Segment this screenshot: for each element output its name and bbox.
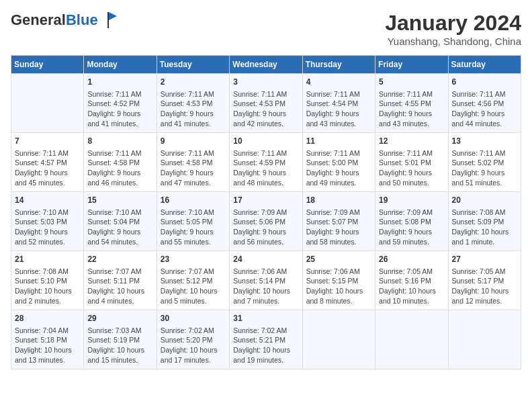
- calendar-table: SundayMondayTuesdayWednesdayThursdayFrid…: [11, 55, 521, 369]
- day-number: 29: [87, 313, 152, 324]
- cell-sun-info: Sunrise: 7:11 AM Sunset: 4:55 PM Dayligh…: [379, 89, 444, 129]
- svg-marker-0: [109, 12, 117, 20]
- cell-sun-info: Sunrise: 7:05 AM Sunset: 5:17 PM Dayligh…: [452, 267, 517, 306]
- calendar-cell: 8Sunrise: 7:11 AM Sunset: 4:58 PM Daylig…: [84, 133, 157, 192]
- calendar-week-row: 1Sunrise: 7:11 AM Sunset: 4:52 PM Daylig…: [11, 74, 521, 133]
- calendar-cell: 29Sunrise: 7:03 AM Sunset: 5:19 PM Dayli…: [84, 310, 157, 369]
- day-number: 12: [379, 136, 444, 147]
- cell-sun-info: Sunrise: 7:07 AM Sunset: 5:11 PM Dayligh…: [87, 267, 152, 306]
- cell-sun-info: Sunrise: 7:07 AM Sunset: 5:12 PM Dayligh…: [161, 267, 226, 306]
- location-subtitle: Yuanshang, Shandong, China: [385, 36, 521, 47]
- day-header-saturday: Saturday: [448, 56, 521, 74]
- day-number: 1: [87, 77, 152, 88]
- calendar-cell: 3Sunrise: 7:11 AM Sunset: 4:53 PM Daylig…: [230, 74, 302, 133]
- day-number: 30: [161, 313, 226, 324]
- calendar-cell: 20Sunrise: 7:08 AM Sunset: 5:09 PM Dayli…: [448, 192, 521, 251]
- logo-blue-text: Blue: [66, 11, 98, 28]
- day-number: 21: [15, 254, 80, 265]
- day-number: 8: [87, 136, 152, 147]
- cell-sun-info: Sunrise: 7:06 AM Sunset: 5:14 PM Dayligh…: [233, 267, 298, 306]
- cell-sun-info: Sunrise: 7:11 AM Sunset: 4:59 PM Dayligh…: [233, 148, 298, 188]
- calendar-cell: 10Sunrise: 7:11 AM Sunset: 4:59 PM Dayli…: [230, 133, 302, 192]
- calendar-cell: 25Sunrise: 7:06 AM Sunset: 5:15 PM Dayli…: [302, 251, 375, 310]
- calendar-cell: 21Sunrise: 7:08 AM Sunset: 5:10 PM Dayli…: [11, 251, 84, 310]
- cell-sun-info: Sunrise: 7:11 AM Sunset: 4:57 PM Dayligh…: [15, 148, 80, 188]
- day-number: 20: [452, 195, 517, 206]
- cell-sun-info: Sunrise: 7:04 AM Sunset: 5:18 PM Dayligh…: [15, 326, 80, 365]
- calendar-cell: 28Sunrise: 7:04 AM Sunset: 5:18 PM Dayli…: [11, 310, 84, 369]
- calendar-cell: 12Sunrise: 7:11 AM Sunset: 5:01 PM Dayli…: [375, 133, 448, 192]
- day-number: 25: [306, 254, 371, 265]
- cell-sun-info: Sunrise: 7:03 AM Sunset: 5:19 PM Dayligh…: [87, 326, 152, 365]
- calendar-cell: 14Sunrise: 7:10 AM Sunset: 5:03 PM Dayli…: [11, 192, 84, 251]
- day-number: 6: [452, 77, 517, 88]
- cell-sun-info: Sunrise: 7:10 AM Sunset: 5:04 PM Dayligh…: [87, 208, 152, 247]
- calendar-cell: 16Sunrise: 7:10 AM Sunset: 5:05 PM Dayli…: [157, 192, 229, 251]
- day-number: 13: [452, 136, 517, 147]
- calendar-cell: 15Sunrise: 7:10 AM Sunset: 5:04 PM Dayli…: [84, 192, 157, 251]
- day-number: 11: [306, 136, 371, 147]
- cell-sun-info: Sunrise: 7:09 AM Sunset: 5:08 PM Dayligh…: [379, 208, 444, 247]
- day-number: 31: [233, 313, 298, 324]
- calendar-cell: 11Sunrise: 7:11 AM Sunset: 5:00 PM Dayli…: [302, 133, 375, 192]
- calendar-cell: 6Sunrise: 7:11 AM Sunset: 4:56 PM Daylig…: [448, 74, 521, 133]
- cell-sun-info: Sunrise: 7:10 AM Sunset: 5:05 PM Dayligh…: [161, 208, 226, 247]
- day-header-thursday: Thursday: [302, 56, 375, 74]
- calendar-cell: 5Sunrise: 7:11 AM Sunset: 4:55 PM Daylig…: [375, 74, 448, 133]
- title-block: January 2024 Yuanshang, Shandong, China: [385, 11, 521, 47]
- cell-sun-info: Sunrise: 7:02 AM Sunset: 5:21 PM Dayligh…: [233, 326, 298, 365]
- cell-sun-info: Sunrise: 7:11 AM Sunset: 4:53 PM Dayligh…: [161, 89, 226, 129]
- svg-rect-1: [107, 12, 109, 28]
- day-number: 7: [15, 136, 80, 147]
- day-header-monday: Monday: [84, 56, 157, 74]
- day-header-sunday: Sunday: [11, 56, 84, 74]
- calendar-cell: 2Sunrise: 7:11 AM Sunset: 4:53 PM Daylig…: [157, 74, 229, 133]
- day-number: 2: [161, 77, 226, 88]
- calendar-cell: 18Sunrise: 7:09 AM Sunset: 5:07 PM Dayli…: [302, 192, 375, 251]
- cell-sun-info: Sunrise: 7:10 AM Sunset: 5:03 PM Dayligh…: [15, 208, 80, 247]
- day-number: 14: [15, 195, 80, 206]
- day-header-wednesday: Wednesday: [230, 56, 302, 74]
- calendar-cell: 22Sunrise: 7:07 AM Sunset: 5:11 PM Dayli…: [84, 251, 157, 310]
- cell-sun-info: Sunrise: 7:11 AM Sunset: 4:52 PM Dayligh…: [87, 89, 152, 129]
- day-number: 15: [87, 195, 152, 206]
- day-number: 17: [233, 195, 298, 206]
- cell-sun-info: Sunrise: 7:11 AM Sunset: 5:02 PM Dayligh…: [452, 148, 517, 188]
- cell-sun-info: Sunrise: 7:11 AM Sunset: 5:00 PM Dayligh…: [306, 148, 371, 188]
- day-number: 3: [233, 77, 298, 88]
- day-number: 19: [379, 195, 444, 206]
- calendar-week-row: 14Sunrise: 7:10 AM Sunset: 5:03 PM Dayli…: [11, 192, 521, 251]
- day-number: 27: [452, 254, 517, 265]
- calendar-cell: [375, 310, 448, 369]
- day-number: 4: [306, 77, 371, 88]
- calendar-cell: 17Sunrise: 7:09 AM Sunset: 5:06 PM Dayli…: [230, 192, 302, 251]
- day-number: 5: [379, 77, 444, 88]
- calendar-cell: 1Sunrise: 7:11 AM Sunset: 4:52 PM Daylig…: [84, 74, 157, 133]
- cell-sun-info: Sunrise: 7:09 AM Sunset: 5:06 PM Dayligh…: [233, 208, 298, 247]
- calendar-cell: 23Sunrise: 7:07 AM Sunset: 5:12 PM Dayli…: [157, 251, 229, 310]
- cell-sun-info: Sunrise: 7:08 AM Sunset: 5:10 PM Dayligh…: [15, 267, 80, 306]
- day-number: 10: [233, 136, 298, 147]
- day-number: 26: [379, 254, 444, 265]
- day-header-tuesday: Tuesday: [157, 56, 229, 74]
- cell-sun-info: Sunrise: 7:11 AM Sunset: 5:01 PM Dayligh…: [379, 148, 444, 188]
- month-year-title: January 2024: [385, 11, 521, 36]
- calendar-cell: 7Sunrise: 7:11 AM Sunset: 4:57 PM Daylig…: [11, 133, 84, 192]
- day-number: 18: [306, 195, 371, 206]
- day-number: 22: [87, 254, 152, 265]
- logo-flag-icon: [99, 11, 118, 30]
- calendar-cell: 4Sunrise: 7:11 AM Sunset: 4:54 PM Daylig…: [302, 74, 375, 133]
- day-header-friday: Friday: [375, 56, 448, 74]
- logo-general-text: General: [11, 11, 66, 28]
- cell-sun-info: Sunrise: 7:02 AM Sunset: 5:20 PM Dayligh…: [161, 326, 226, 365]
- day-number: 24: [233, 254, 298, 265]
- cell-sun-info: Sunrise: 7:11 AM Sunset: 4:54 PM Dayligh…: [306, 89, 371, 129]
- calendar-week-row: 7Sunrise: 7:11 AM Sunset: 4:57 PM Daylig…: [11, 133, 521, 192]
- calendar-header-row: SundayMondayTuesdayWednesdayThursdayFrid…: [11, 56, 521, 74]
- calendar-cell: 13Sunrise: 7:11 AM Sunset: 5:02 PM Dayli…: [448, 133, 521, 192]
- calendar-cell: [302, 310, 375, 369]
- cell-sun-info: Sunrise: 7:11 AM Sunset: 4:58 PM Dayligh…: [161, 148, 226, 188]
- calendar-cell: 19Sunrise: 7:09 AM Sunset: 5:08 PM Dayli…: [375, 192, 448, 251]
- cell-sun-info: Sunrise: 7:08 AM Sunset: 5:09 PM Dayligh…: [452, 208, 517, 247]
- day-number: 23: [161, 254, 226, 265]
